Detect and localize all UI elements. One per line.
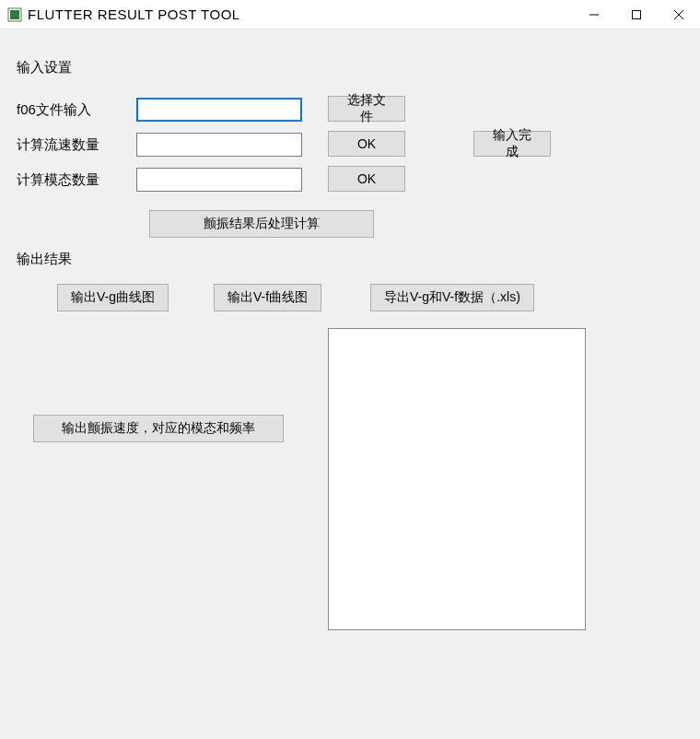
output-results-heading: 输出结果: [17, 251, 72, 268]
close-button[interactable]: [658, 0, 700, 29]
postprocess-button[interactable]: 颤振结果后处理计算: [149, 210, 374, 238]
input-done-button[interactable]: 输入完成: [473, 131, 551, 157]
window-title: FLUTTER RESULT POST TOOL: [28, 6, 240, 22]
svg-rect-1: [10, 10, 19, 19]
minimize-button[interactable]: [573, 0, 615, 29]
input-settings-heading: 输入设置: [17, 59, 72, 76]
close-icon: [674, 10, 683, 19]
vg-curve-button[interactable]: 输出V-g曲线图: [57, 284, 169, 311]
choose-file-button[interactable]: 选择文件: [328, 96, 405, 122]
velocity-count-label: 计算流速数量: [17, 136, 99, 154]
velocity-ok-button[interactable]: OK: [328, 131, 405, 157]
svg-rect-3: [633, 10, 641, 18]
client-area: 输入设置 f06文件输入 选择文件 计算流速数量 OK 输入完成 计算模态数量 …: [0, 29, 700, 739]
maximize-button[interactable]: [615, 0, 658, 29]
export-xls-button[interactable]: 导出V-g和V-f数据（.xls): [370, 284, 534, 311]
maximize-icon: [632, 10, 641, 19]
window-controls: [573, 0, 700, 29]
mode-ok-button[interactable]: OK: [328, 166, 405, 192]
mode-count-label: 计算模态数量: [17, 171, 99, 189]
flutter-detail-button[interactable]: 输出颤振速度，对应的模态和频率: [33, 415, 284, 442]
app-icon: [7, 7, 22, 22]
window-titlebar: FLUTTER RESULT POST TOOL: [0, 0, 700, 29]
f06-file-label: f06文件输入: [17, 101, 91, 119]
output-textbox[interactable]: [328, 328, 586, 630]
vf-curve-button[interactable]: 输出V-f曲线图: [214, 284, 321, 311]
titlebar-left: FLUTTER RESULT POST TOOL: [7, 6, 240, 22]
mode-count-input[interactable]: [136, 168, 302, 192]
f06-file-input[interactable]: [136, 98, 302, 122]
velocity-count-input[interactable]: [136, 133, 302, 157]
minimize-icon: [589, 10, 599, 19]
